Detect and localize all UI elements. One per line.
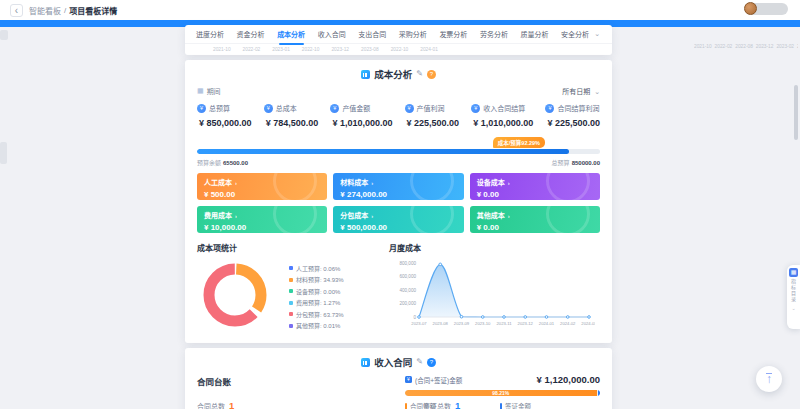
period-label: 期间: [207, 86, 221, 96]
kpi-value: ¥ 1,010,000.00: [330, 118, 392, 128]
cost-card-人工成本[interactable]: 人工成本›¥ 500.00: [197, 173, 327, 200]
legend-item-费用预算: 费用预算: 1.27%: [289, 298, 344, 307]
ghost-date: 2023-06: [797, 44, 798, 49]
cost-card-分包成本[interactable]: 分包成本›¥ 500,000.00: [333, 206, 463, 233]
help-icon[interactable]: ?: [427, 358, 436, 367]
dashboard-panel: 进度分析资金分析成本分析收入合同支出合同采购分析发票分析劳务分析质量分析安全分析…: [185, 25, 612, 409]
budget-progress-fill: [197, 149, 569, 154]
budget-remaining: 预算余额65500.00: [197, 158, 248, 167]
cost-card-材料成本[interactable]: 材料成本›¥ 274,000.00: [333, 173, 463, 200]
total-amount-row: ¥ (合同+签证)金额 ¥ 1,120,000.00: [405, 374, 600, 385]
cost-card-value: ¥ 274,000.00: [340, 190, 456, 199]
cost-card-value: ¥ 0.00: [477, 190, 593, 199]
chart-icon: [361, 358, 370, 367]
tab-资金分析[interactable]: 资金分析: [236, 24, 266, 45]
cost-card-其他成本[interactable]: 其他成本›¥ 0.00: [470, 206, 600, 233]
ghost-date: 2023-01: [272, 47, 290, 52]
svg-text:2023-09: 2023-09: [454, 321, 470, 326]
svg-text:0: 0: [413, 315, 416, 320]
date-range-select[interactable]: 所有日期 ⌄: [562, 86, 600, 96]
kpi-label: 总成本: [276, 103, 297, 113]
svg-text:200,000: 200,000: [399, 301, 416, 306]
cost-card-value: ¥ 10,000.00: [204, 223, 320, 232]
orange-marker: [405, 403, 407, 409]
calendar-icon: ▦: [197, 87, 204, 95]
ghost-date: 2023-12: [331, 47, 349, 52]
svg-text:800,000: 800,000: [399, 261, 416, 266]
contract-count-label: 合同总数: [197, 401, 225, 409]
tab-安全分析[interactable]: 安全分析: [560, 24, 590, 45]
cost-card-value: ¥ 500,000.00: [340, 223, 456, 232]
cost-card-label: 设备成本›: [477, 177, 593, 187]
yuan-coin-icon: ¥: [264, 104, 273, 113]
breadcrumb-current: 项目看板详情: [69, 5, 117, 16]
visa-amount-legend: 签证金额: [500, 401, 531, 409]
date-range-value: 所有日期: [562, 88, 590, 95]
income-section-header: 收入合同 ✎ ?: [197, 354, 600, 370]
area-chart-title: 月度成本: [389, 242, 600, 253]
legend-dot: [289, 289, 293, 293]
visa-count-value[interactable]: 1: [455, 400, 460, 409]
legend-item-分包预算: 分包预算: 63.73%: [289, 310, 344, 319]
kpi-label: 产值金额: [342, 103, 370, 113]
breadcrumb-root[interactable]: 智能看板: [29, 5, 61, 16]
tab-收入合同[interactable]: 收入合同: [317, 24, 347, 45]
tab-支出合同[interactable]: 支出合同: [357, 24, 387, 45]
kpi-row: ¥总预算¥ 850,000.00¥总成本¥ 784,500.00¥产值金额¥ 1…: [197, 103, 600, 128]
income-body: 合同台账 合同总数 1 签证总数 1 ¥ (合同+签证)金额 ¥ 1,120,0…: [197, 374, 600, 409]
tab-成本分析[interactable]: 成本分析: [276, 24, 306, 45]
legend-dot: [289, 266, 293, 270]
kpi-合同结算利润: ¥合同结算利润¥ 225,500.00: [545, 103, 600, 128]
tab-劳务分析[interactable]: 劳务分析: [479, 24, 509, 45]
budget-total: 总预算850000.00: [552, 158, 600, 167]
svg-text:2023-07: 2023-07: [411, 321, 427, 326]
cost-analysis-card: 成本分析 ✎ ? ▦ 期间 所有日期 ⌄ ¥总预算¥ 850,000.00¥总成…: [185, 60, 612, 343]
cost-card-费用成本[interactable]: 费用成本›¥ 10,000.00: [197, 206, 327, 233]
contract-count-value[interactable]: 1: [229, 400, 234, 409]
legend-item-其他预算: 其他预算: 0.01%: [289, 321, 344, 330]
legend-item-人工预算: 人工预算: 0.06%: [289, 264, 344, 273]
side-drawer-handle[interactable]: ▦ 指标目录 ⌄: [787, 265, 800, 329]
kpi-总成本: ¥总成本¥ 784,500.00: [264, 103, 319, 128]
avatar[interactable]: [744, 2, 757, 15]
back-button[interactable]: ‹: [10, 4, 23, 17]
kpi-总预算: ¥总预算¥ 850,000.00: [197, 103, 252, 128]
tabs-collapse-icon[interactable]: ⌄: [592, 30, 602, 38]
legend-text: 人工预算: 0.06%: [296, 264, 340, 273]
cost-card-label: 费用成本›: [204, 210, 320, 220]
income-bar-contract-fill: 98.21%: [405, 390, 597, 396]
scrollbar-thumb[interactable]: [794, 85, 798, 140]
background-chart-axis-dates: 2021-102022-022022-082023-122023-022023-…: [694, 44, 798, 49]
contract-amount-legend: 合同金额: [405, 401, 436, 409]
cost-section-header: 成本分析 ✎ ?: [197, 66, 600, 82]
blue-marker: [500, 403, 502, 409]
edit-icon[interactable]: ✎: [416, 70, 423, 78]
cost-section-title: 成本分析: [374, 67, 412, 81]
arrow-right-icon: ›: [235, 213, 237, 219]
kpi-value: ¥ 225,500.00: [405, 118, 460, 128]
tab-质量分析[interactable]: 质量分析: [520, 24, 550, 45]
tab-采购分析[interactable]: 采购分析: [398, 24, 428, 45]
cost-card-label: 人工成本›: [204, 177, 320, 187]
ghost-date: 2022-02: [243, 47, 261, 52]
budget-ratio-badge: 成本/预算92.29%: [493, 137, 545, 148]
edit-icon[interactable]: ✎: [416, 358, 423, 366]
tab-进度分析[interactable]: 进度分析: [195, 24, 225, 45]
help-icon[interactable]: ?: [427, 70, 436, 79]
back-to-top-button[interactable]: ↑: [756, 366, 782, 392]
legend-text: 设备预算: 0.00%: [296, 287, 340, 296]
drawer-icon: ▦: [789, 268, 798, 277]
user-menu[interactable]: [746, 3, 788, 15]
legend-item-材料预算: 材料预算: 34.93%: [289, 275, 344, 284]
cost-card-设备成本[interactable]: 设备成本›¥ 0.00: [470, 173, 600, 200]
document-icon: ¥: [405, 376, 412, 383]
tab-发票分析[interactable]: 发票分析: [438, 24, 468, 45]
top-header: ‹ 智能看板 / 项目看板详情: [0, 0, 800, 20]
ghost-date: 2022-02: [715, 44, 733, 49]
contract-amount-label: 合同金额: [410, 401, 436, 409]
arrow-right-icon: ›: [371, 213, 373, 219]
contract-count-stat: 合同总数 1: [197, 400, 234, 409]
drawer-label: 指标目录: [790, 279, 797, 303]
donut-chart-title: 成本项统计: [197, 242, 389, 253]
cost-card-value: ¥ 0.00: [477, 223, 593, 232]
